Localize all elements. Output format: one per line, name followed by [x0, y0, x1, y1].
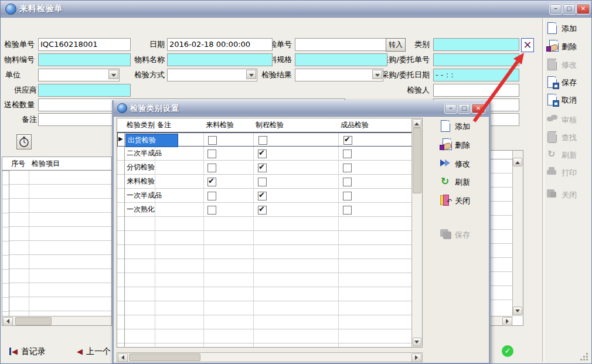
dialog-hscroll-thumb[interactable]: [129, 353, 200, 361]
scroll-left-icon[interactable]: [3, 317, 13, 326]
incoming-checkbox[interactable]: [207, 206, 216, 215]
dialog-button-label: 删除: [455, 140, 470, 151]
category-cell: 一次熟化: [125, 203, 176, 216]
nav-previous-button[interactable]: ◀上一个: [77, 346, 111, 357]
toolbar-label: 取消: [562, 95, 577, 106]
toolbar-label: 关闭: [562, 190, 577, 200]
delivery-qty-label: 送检数量: [4, 99, 37, 111]
po-date-value: - - : :: [436, 70, 454, 79]
items-hscrollbar[interactable]: [2, 316, 111, 325]
result-select[interactable]: [295, 69, 383, 81]
table-row-fenqie[interactable]: 分切检验: [117, 161, 412, 175]
unit-label: 单位: [5, 69, 37, 81]
toolbar-label: 保存: [562, 77, 577, 88]
dialog-minimize-button[interactable]: –: [444, 103, 457, 114]
col-seq: 序号: [11, 157, 25, 171]
delete-icon: [549, 40, 559, 52]
unit-select[interactable]: [38, 69, 120, 81]
col-note: 备注: [157, 118, 171, 132]
process-checkbox[interactable]: [258, 192, 267, 200]
category-cell: 出货检验: [125, 134, 178, 147]
category-input[interactable]: [433, 38, 519, 51]
col-incoming: 来料检验: [206, 118, 234, 132]
dialog-scroll-right-icon[interactable]: [411, 353, 421, 362]
result-dropdown-arrow-icon[interactable]: [372, 70, 382, 79]
supplier-input[interactable]: [38, 84, 131, 97]
cancel-icon: [547, 94, 557, 106]
col-item: 检验项目: [32, 157, 60, 171]
refresh-icon: ↻: [441, 175, 449, 187]
close-button[interactable]: ✕: [576, 4, 590, 15]
finished-checkbox[interactable]: [343, 164, 352, 172]
finished-checkbox[interactable]: [343, 149, 352, 158]
material-no-input[interactable]: [38, 53, 131, 66]
minimize-button[interactable]: –: [549, 4, 562, 15]
dialog-hscrollbar[interactable]: [117, 352, 423, 362]
nav-first-button[interactable]: ◀首记录: [9, 346, 46, 357]
method-select[interactable]: [167, 69, 257, 81]
category-tools-button[interactable]: [521, 38, 534, 52]
material-name-input[interactable]: [167, 53, 273, 66]
category-cell: 一次半成品: [125, 189, 176, 202]
incoming-checkbox[interactable]: [207, 164, 216, 172]
dialog-maximize-button[interactable]: □: [458, 103, 471, 114]
finished-checkbox[interactable]: [343, 206, 352, 215]
category-cell: 来料检验: [125, 175, 176, 188]
maximize-button[interactable]: □: [563, 4, 576, 15]
find-icon: [547, 131, 557, 143]
first-record-icon: ◀: [9, 347, 18, 356]
table-row-yicibanchengpin[interactable]: 一次半成品: [117, 189, 412, 203]
nav-first-label: 首记录: [21, 346, 46, 356]
date-value: 2016-02-18 00:00:00: [169, 40, 250, 49]
background-grid-vscrollbar[interactable]: [512, 151, 523, 317]
process-checkbox[interactable]: [258, 164, 267, 172]
bg-scroll-right-icon[interactable]: [502, 317, 512, 326]
incoming-checkbox[interactable]: [207, 192, 216, 200]
table-row-lailiao[interactable]: 来料检验: [117, 175, 412, 189]
material-spec-input[interactable]: [295, 53, 387, 66]
process-checkbox[interactable]: [258, 149, 267, 158]
dialog-icon: [117, 103, 127, 113]
transfer-button[interactable]: 转入: [386, 38, 406, 52]
dialog-scroll-up-icon[interactable]: [413, 119, 421, 128]
add-icon: [441, 120, 450, 132]
po-no-input[interactable]: [433, 53, 519, 66]
dialog-scroll-down-icon[interactable]: [413, 338, 421, 346]
category-table: 检验类别 备注 来料检验 制程检验 成品检验 ▶ 出货检验: [117, 118, 423, 348]
table-row-chuhuo[interactable]: 出货检验: [117, 132, 412, 147]
process-checkbox[interactable]: [258, 206, 267, 215]
background-grid-hscrollbar[interactable]: [489, 316, 513, 325]
inspector-input[interactable]: [433, 84, 519, 97]
dialog-close-button[interactable]: ✕: [471, 103, 485, 114]
dialog-vscroll-thumb[interactable]: [413, 128, 421, 193]
remarks-label: 备注: [5, 114, 37, 125]
po-date-input[interactable]: - - : :: [433, 69, 519, 81]
timer-button[interactable]: [16, 134, 32, 149]
incoming-checkbox[interactable]: [207, 149, 216, 158]
process-checkbox[interactable]: [258, 178, 267, 186]
finished-checkbox[interactable]: [343, 192, 352, 200]
date-input[interactable]: 2016-02-18 00:00:00: [167, 38, 273, 51]
category-cell: 分切检验: [125, 161, 176, 174]
resize-grip[interactable]: [581, 353, 588, 360]
unit-dropdown-arrow-icon[interactable]: [108, 70, 118, 79]
status-ok-icon: ✓: [502, 345, 513, 357]
table-row-yicishuhua[interactable]: 一次熟化: [117, 203, 412, 217]
incoming-checkbox[interactable]: [207, 178, 216, 186]
dialog-scroll-left-icon[interactable]: [118, 353, 128, 362]
method-dropdown-arrow-icon[interactable]: [246, 70, 256, 79]
bg-scroll-up-icon[interactable]: [513, 158, 522, 166]
dialog-vscrollbar[interactable]: [411, 118, 422, 347]
main-window: 来料检验单 – □ ✕ 检验单号 日期 送检单号 类别 物料编号 物料名称 物料…: [0, 0, 592, 364]
toolbar-divider: [542, 18, 545, 362]
items-hscroll-thumb[interactable]: [15, 317, 52, 325]
incoming-checkbox[interactable]: [208, 136, 217, 145]
inspection-no-input[interactable]: IQC160218001: [38, 38, 131, 51]
finished-checkbox[interactable]: [343, 136, 352, 145]
category-table-header: 检验类别 备注 来料检验 制程检验 成品检验: [117, 118, 412, 132]
table-row-ercibanchengpin[interactable]: 二次半成品: [117, 147, 412, 161]
bg-scroll-down-icon[interactable]: [513, 307, 522, 315]
process-checkbox[interactable]: [258, 136, 267, 145]
delivery-no-input[interactable]: [295, 38, 387, 51]
finished-checkbox[interactable]: [343, 178, 352, 186]
